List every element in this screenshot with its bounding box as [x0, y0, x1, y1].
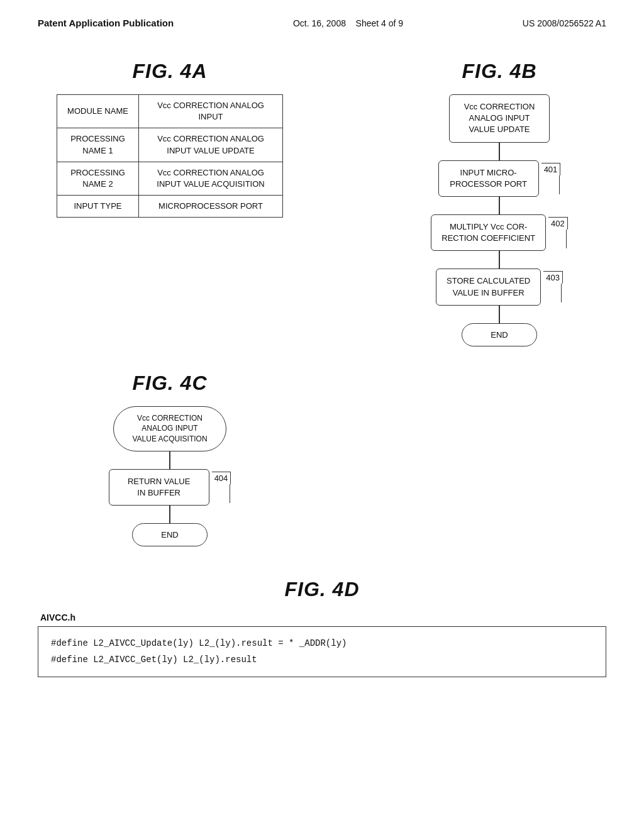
fig-4b-step-403: STORE CALCULATEDVALUE IN BUFFER: [436, 268, 541, 305]
fig-4d: FIG. 4D AIVCC.h #define L2_AIVCC_Update(…: [38, 578, 606, 677]
figures-top-row: FIG. 4A MODULE NAMEVcc CORRECTION ANALOG…: [38, 60, 606, 346]
connector: [169, 506, 170, 523]
fig-4d-filename: AIVCC.h: [40, 612, 606, 622]
fig-4b-end: END: [462, 323, 537, 346]
fig-4d-label: FIG. 4D: [38, 578, 606, 601]
connector: [499, 251, 500, 268]
publication-number: US 2008/0256522 A1: [523, 18, 606, 28]
fig-4b-step-402: MULTIPLY Vcc COR-RECTION COEFFICIENT: [431, 214, 546, 251]
fig-4c-flowchart: Vcc CORRECTIONANALOG INPUTVALUE ACQUISIT…: [75, 406, 264, 547]
fig-4b-step-top: Vcc CORRECTIONANALOG INPUTVALUE UPDATE: [449, 94, 550, 143]
fig-4b-flowchart: Vcc CORRECTIONANALOG INPUTVALUE UPDATE I…: [392, 94, 606, 346]
fig-4c-step-404: RETURN VALUEIN BUFFER: [109, 469, 209, 506]
fig-4a-table: MODULE NAMEVcc CORRECTION ANALOG INPUTPR…: [57, 94, 283, 218]
fig-4c-step-top: Vcc CORRECTIONANALOG INPUTVALUE ACQUISIT…: [113, 406, 226, 451]
connector: [499, 197, 500, 214]
fig-4b-step-401: INPUT MICRO-PROCESSOR PORT: [438, 160, 539, 197]
fig-4b-label: FIG. 4B: [392, 60, 606, 83]
main-content: FIG. 4A MODULE NAMEVcc CORRECTION ANALOG…: [0, 28, 644, 702]
connector: [499, 143, 500, 160]
fig-4b-step-401-row: INPUT MICRO-PROCESSOR PORT 401: [438, 160, 561, 197]
fig-4c-step-404-row: RETURN VALUEIN BUFFER 404: [109, 469, 231, 506]
fig-4c-end: END: [132, 523, 208, 546]
page-header: Patent Application Publication Oct. 16, …: [0, 0, 644, 28]
table-row: PROCESSING NAME 1Vcc CORRECTION ANALOG I…: [57, 128, 283, 162]
fig-4a-label: FIG. 4A: [38, 60, 302, 83]
publication-title: Patent Application Publication: [38, 18, 174, 28]
figures-middle-row: FIG. 4C Vcc CORRECTIONANALOG INPUTVALUE …: [38, 372, 606, 547]
table-row: MODULE NAMEVcc CORRECTION ANALOG INPUT: [57, 95, 283, 128]
publication-date: Oct. 16, 2008 Sheet 4 of 9: [293, 18, 403, 28]
fig-4b: FIG. 4B Vcc CORRECTIONANALOG INPUTVALUE …: [392, 60, 606, 346]
fig-4c-label: FIG. 4C: [75, 372, 264, 395]
connector: [169, 451, 170, 469]
code-line: #define L2_AIVCC_Get(ly) L2_(ly).result: [51, 652, 593, 668]
fig-4b-step-403-row: STORE CALCULATEDVALUE IN BUFFER 403: [436, 268, 563, 305]
code-line: #define L2_AIVCC_Update(ly) L2_(ly).resu…: [51, 636, 593, 651]
fig-4d-code-box: #define L2_AIVCC_Update(ly) L2_(ly).resu…: [38, 626, 606, 677]
connector: [499, 306, 500, 323]
fig-4c: FIG. 4C Vcc CORRECTIONANALOG INPUTVALUE …: [75, 372, 264, 547]
table-row: INPUT TYPEMICROPROCESSOR PORT: [57, 196, 283, 218]
fig-4b-step-402-row: MULTIPLY Vcc COR-RECTION COEFFICIENT 402: [431, 214, 567, 251]
fig-4a: FIG. 4A MODULE NAMEVcc CORRECTION ANALOG…: [38, 60, 302, 218]
table-row: PROCESSING NAME 2Vcc CORRECTION ANALOG I…: [57, 162, 283, 195]
